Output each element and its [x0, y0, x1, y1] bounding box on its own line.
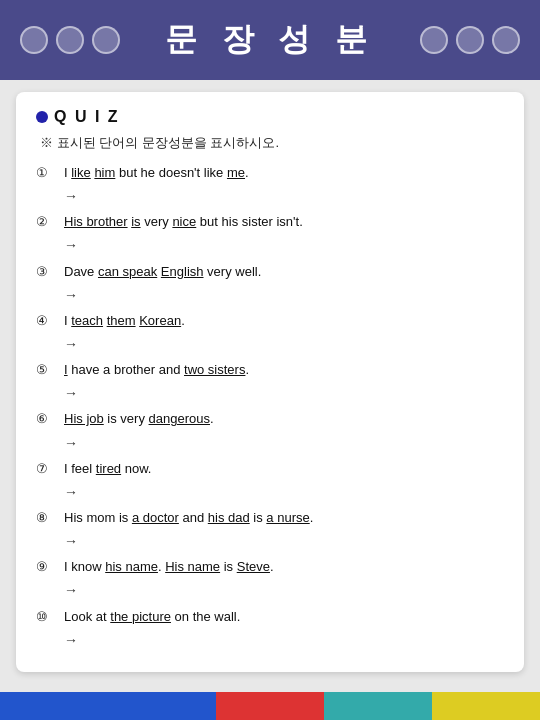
question-number: ⑤: [36, 359, 60, 381]
question-text: I feel tired now.: [64, 458, 151, 480]
footer-red: [216, 692, 324, 720]
question-text: His mom is a doctor and his dad is a nur…: [64, 507, 313, 529]
circle-right-2: [456, 26, 484, 54]
question-number: ②: [36, 211, 60, 233]
question-text: Look at the picture on the wall.: [64, 606, 240, 628]
question-number: ③: [36, 261, 60, 283]
footer-teal: [324, 692, 432, 720]
question-number: ①: [36, 162, 60, 184]
quiz-label: Q U I Z: [54, 108, 120, 126]
question-text: His brother is very nice but his sister …: [64, 211, 303, 233]
question-block: ①I like him but he doesn't like me.→: [36, 162, 504, 209]
arrow-line: →: [36, 480, 504, 505]
arrow-line: →: [36, 529, 504, 554]
main-content: Q U I Z 표시된 단어의 문장성분을 표시하시오. ①I like him…: [16, 92, 524, 672]
question-number: ⑩: [36, 606, 60, 628]
question-text: Dave can speak English very well.: [64, 261, 261, 283]
question-text: I have a brother and two sisters.: [64, 359, 249, 381]
arrow-line: →: [36, 283, 504, 308]
circle-left-1: [20, 26, 48, 54]
question-line: ③Dave can speak English very well.: [36, 261, 504, 283]
instruction: 표시된 단어의 문장성분을 표시하시오.: [36, 134, 504, 152]
arrow-line: →: [36, 578, 504, 603]
footer-blue: [0, 692, 216, 720]
question-block: ②His brother is very nice but his sister…: [36, 211, 504, 258]
question-line: ⑥His job is very dangerous.: [36, 408, 504, 430]
question-block: ④I teach them Korean.→: [36, 310, 504, 357]
header: 문 장 성 분: [0, 0, 540, 80]
circle-left-3: [92, 26, 120, 54]
arrow-line: →: [36, 332, 504, 357]
question-block: ⑦I feel tired now.→: [36, 458, 504, 505]
question-text: I know his name. His name is Steve.: [64, 556, 274, 578]
question-block: ⑥His job is very dangerous.→: [36, 408, 504, 455]
question-number: ④: [36, 310, 60, 332]
question-number: ⑨: [36, 556, 60, 578]
question-line: ⑦I feel tired now.: [36, 458, 504, 480]
question-number: ⑦: [36, 458, 60, 480]
arrow-line: →: [36, 628, 504, 653]
question-number: ⑥: [36, 408, 60, 430]
arrow-line: →: [36, 233, 504, 258]
arrow-line: →: [36, 381, 504, 406]
question-line: ⑩Look at the picture on the wall.: [36, 606, 504, 628]
question-block: ⑤I have a brother and two sisters.→: [36, 359, 504, 406]
questions-list: ①I like him but he doesn't like me.→②His…: [36, 162, 504, 653]
question-number: ⑧: [36, 507, 60, 529]
quiz-dot: [36, 111, 48, 123]
question-text: I teach them Korean.: [64, 310, 185, 332]
question-block: ⑩Look at the picture on the wall.→: [36, 606, 504, 653]
question-line: ①I like him but he doesn't like me.: [36, 162, 504, 184]
question-block: ③Dave can speak English very well.→: [36, 261, 504, 308]
question-text: I like him but he doesn't like me.: [64, 162, 249, 184]
circle-right-3: [492, 26, 520, 54]
arrow-line: →: [36, 431, 504, 456]
footer-bar: [0, 692, 540, 720]
header-circles-right: [420, 26, 520, 54]
question-line: ⑧His mom is a doctor and his dad is a nu…: [36, 507, 504, 529]
question-block: ⑧His mom is a doctor and his dad is a nu…: [36, 507, 504, 554]
quiz-header: Q U I Z: [36, 108, 504, 126]
header-circles-left: [20, 26, 120, 54]
question-line: ⑤I have a brother and two sisters.: [36, 359, 504, 381]
question-line: ②His brother is very nice but his sister…: [36, 211, 504, 233]
question-line: ④I teach them Korean.: [36, 310, 504, 332]
question-block: ⑨I know his name. His name is Steve.→: [36, 556, 504, 603]
circle-left-2: [56, 26, 84, 54]
question-text: His job is very dangerous.: [64, 408, 214, 430]
circle-right-1: [420, 26, 448, 54]
arrow-line: →: [36, 184, 504, 209]
question-line: ⑨I know his name. His name is Steve.: [36, 556, 504, 578]
header-title: 문 장 성 분: [165, 18, 376, 62]
footer-yellow: [432, 692, 540, 720]
